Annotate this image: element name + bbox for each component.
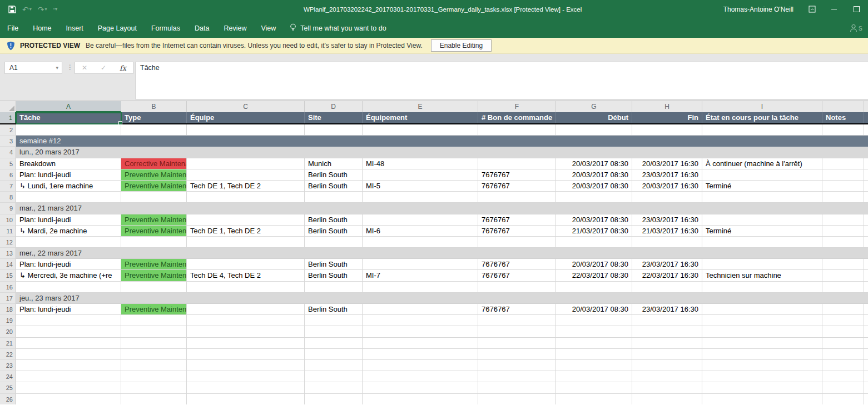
cell-E[interactable]: MI-7 — [363, 270, 478, 281]
enable-editing-button[interactable]: Enable Editing — [431, 39, 492, 52]
cell-D[interactable]: Site — [305, 112, 363, 123]
cell-E[interactable] — [363, 382, 478, 393]
cell-C[interactable] — [187, 382, 305, 393]
cell-C[interactable] — [187, 360, 305, 371]
cell-E[interactable] — [363, 304, 478, 315]
cell-I[interactable] — [702, 382, 822, 393]
row-header-22[interactable]: 22 — [0, 349, 16, 360]
cell-x9[interactable] — [822, 237, 864, 248]
cell-x9[interactable] — [822, 349, 864, 360]
cell-H[interactable]: 23/03/2017 16:30 — [632, 259, 702, 270]
cell-C[interactable] — [187, 259, 305, 270]
cell-I[interactable]: État en cours pour la tâche — [702, 112, 822, 123]
cell-B[interactable]: Preventive Maintenance — [121, 304, 187, 315]
cell-x9[interactable] — [822, 360, 864, 371]
cell-F[interactable]: 7676767 — [478, 226, 556, 237]
cell-H[interactable] — [632, 371, 702, 382]
cell-x10[interactable] — [864, 124, 868, 136]
cell-A[interactable]: Plan: lundi-jeudi — [16, 169, 121, 181]
cell-F[interactable]: # Bon de commande — [478, 112, 556, 123]
insert-function-fx-icon[interactable]: fx — [120, 64, 126, 72]
row-header-13[interactable]: 13 — [0, 248, 16, 259]
cell-C[interactable] — [187, 315, 305, 326]
cell-D[interactable] — [305, 382, 363, 393]
row-header-24[interactable]: 24 — [0, 371, 16, 382]
cell-x9[interactable]: Notes — [822, 112, 864, 123]
cell-I[interactable] — [702, 237, 822, 248]
cell-I[interactable]: Technicien sur machine — [702, 270, 822, 281]
cell-x10[interactable] — [864, 360, 868, 371]
cell-G[interactable] — [556, 394, 632, 405]
ribbon-tab-review[interactable]: Review — [216, 18, 254, 38]
cell-A[interactable]: ↳ Mercredi, 3e machine (+re — [16, 270, 121, 281]
undo-icon[interactable]: ↶▾ — [22, 6, 32, 13]
cell-I[interactable] — [702, 259, 822, 270]
cell-A[interactable] — [16, 382, 121, 393]
cell-B[interactable] — [121, 371, 187, 382]
day-band[interactable]: mar., 21 mars 2017 — [16, 203, 868, 214]
cell-B[interactable] — [121, 237, 187, 248]
cell-A[interactable] — [16, 371, 121, 382]
cell-I[interactable]: Terminé — [702, 226, 822, 237]
row-header-12[interactable]: 12 — [0, 237, 16, 248]
maximize-icon[interactable] — [852, 6, 860, 13]
column-header-B[interactable]: B — [121, 101, 187, 112]
cell-E[interactable]: Équipement — [363, 112, 478, 123]
cell-E[interactable] — [363, 214, 478, 226]
cell-H[interactable]: Fin — [632, 112, 702, 123]
cell-I[interactable] — [702, 394, 822, 405]
name-box[interactable]: A1 ▾ — [4, 62, 62, 74]
cell-F[interactable] — [478, 237, 556, 248]
cell-H[interactable]: 21/03/2017 16:30 — [632, 226, 702, 237]
cell-x9[interactable] — [822, 181, 864, 192]
cell-F[interactable] — [478, 192, 556, 203]
cell-A[interactable] — [16, 192, 121, 203]
cell-G[interactable] — [556, 326, 632, 337]
cell-E[interactable] — [363, 394, 478, 405]
column-header-G[interactable]: G — [556, 101, 632, 112]
cell-A[interactable]: Plan: lundi-jeudi — [16, 304, 121, 315]
cell-x9[interactable] — [822, 169, 864, 181]
cell-G[interactable]: 20/03/2017 08:30 — [556, 158, 632, 169]
cell-E[interactable]: MI-48 — [363, 158, 478, 169]
column-header-x10[interactable] — [864, 101, 868, 112]
cell-D[interactable]: Berlin South — [305, 214, 363, 226]
row-header-11[interactable]: 11 — [0, 226, 16, 237]
cell-A[interactable] — [16, 326, 121, 337]
column-header-F[interactable]: F — [478, 101, 556, 112]
cell-C[interactable] — [187, 282, 305, 293]
cell-B[interactable] — [121, 382, 187, 393]
day-band[interactable]: mer., 22 mars 2017 — [16, 248, 868, 259]
cell-C[interactable] — [187, 214, 305, 226]
cell-E[interactable] — [363, 259, 478, 270]
cell-H[interactable] — [632, 360, 702, 371]
cell-I[interactable] — [702, 360, 822, 371]
row-header-6[interactable]: 6 — [0, 169, 16, 181]
tell-me-box[interactable]: Tell me what you want to do — [283, 18, 393, 38]
cell-H[interactable]: 22/03/2017 16:30 — [632, 270, 702, 281]
cell-F[interactable]: 7676767 — [478, 181, 556, 192]
cell-D[interactable]: Berlin South — [305, 181, 363, 192]
cell-C[interactable]: Tech DE 1, Tech DE 2 — [187, 181, 305, 192]
cell-H[interactable]: 20/03/2017 16:30 — [632, 158, 702, 169]
cell-G[interactable] — [556, 382, 632, 393]
cell-x9[interactable] — [822, 371, 864, 382]
cell-F[interactable] — [478, 158, 556, 169]
cell-E[interactable] — [363, 282, 478, 293]
cell-A[interactable] — [16, 124, 121, 136]
cell-D[interactable]: Berlin South — [305, 226, 363, 237]
cell-F[interactable] — [478, 382, 556, 393]
cell-x10[interactable] — [864, 112, 868, 123]
cell-A[interactable] — [16, 237, 121, 248]
minimize-icon[interactable] — [830, 6, 838, 13]
row-header-26[interactable]: 26 — [0, 394, 16, 405]
cell-H[interactable]: 23/03/2017 16:30 — [632, 169, 702, 181]
cell-A[interactable]: ↳ Lundi, 1ere machine — [16, 181, 121, 192]
cell-H[interactable]: 20/03/2017 16:30 — [632, 181, 702, 192]
cancel-x-icon[interactable]: ✕ — [82, 64, 87, 72]
redo-icon[interactable]: ↷▾ — [38, 6, 47, 13]
row-header-21[interactable]: 21 — [0, 338, 16, 349]
row-header-3[interactable]: 3 — [0, 136, 16, 147]
cell-E[interactable] — [363, 371, 478, 382]
cell-F[interactable]: 7676767 — [478, 270, 556, 281]
